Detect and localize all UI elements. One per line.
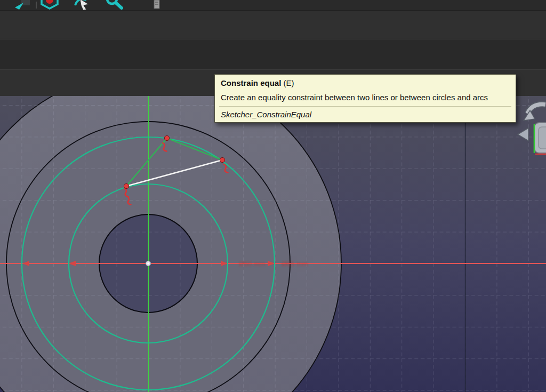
top-separator xyxy=(36,2,37,9)
sketcher-toolbar: >> xyxy=(0,39,546,70)
diameter-dimension-label[interactable]: Ø65 mm xyxy=(282,260,308,268)
tooltip-title-line: Constrain equal (E) xyxy=(221,78,510,87)
pointer-tool-icon[interactable] xyxy=(15,0,30,10)
top-toolbar-row xyxy=(0,0,546,11)
tooltip-description: Create an equality constraint between tw… xyxy=(221,93,510,102)
addon-hexagon-icon[interactable] xyxy=(42,0,58,9)
sketcher-3d-viewport[interactable]: Ø50 mm Ø65 mm xyxy=(0,96,546,392)
tooltip-title: Constrain equal xyxy=(221,78,281,87)
clipboard-icon[interactable] xyxy=(154,0,159,9)
sketch-origin-point[interactable] xyxy=(146,261,150,266)
tooltip-divider xyxy=(219,106,511,107)
search-icon[interactable] xyxy=(107,0,122,8)
tooltip-command: Sketcher_ConstrainEqual xyxy=(221,110,510,119)
tooltip-constrain-equal: Constrain equal (E) Create an equality c… xyxy=(214,74,516,123)
toolbar-spacer-row xyxy=(0,11,546,39)
pointer-action-icon[interactable] xyxy=(75,0,89,10)
nav-cube-inner-face xyxy=(539,127,546,149)
diameter-dimension-label[interactable]: Ø50 mm xyxy=(239,260,266,268)
tooltip-shortcut: (E) xyxy=(284,78,294,87)
